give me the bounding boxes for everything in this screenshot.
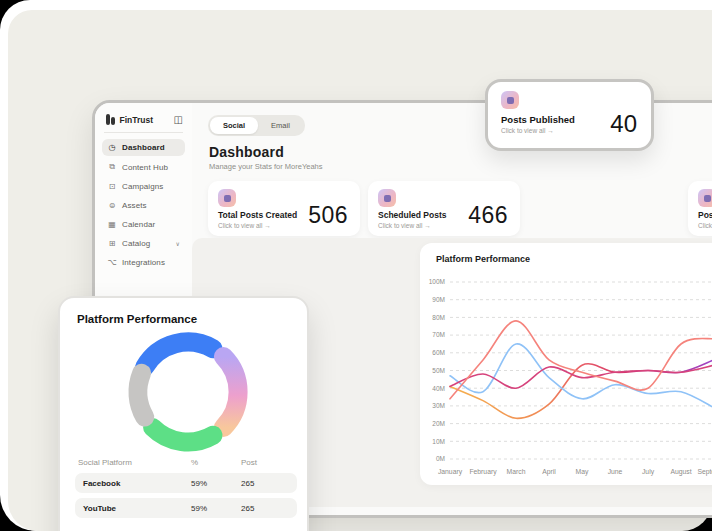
tab-email[interactable]: Email	[258, 117, 303, 134]
y-axis-tick: 80M	[432, 314, 445, 321]
line-chart-title: Platform Performance	[436, 254, 530, 264]
y-axis-tick: 70M	[432, 331, 445, 338]
y-axis-tick: 20M	[432, 420, 445, 427]
sidebar-item-calendar[interactable]: ▦Calendar	[102, 216, 185, 233]
sidebar-header: FinTrust ◫	[95, 103, 192, 132]
line-series-coral	[450, 321, 712, 399]
calendar-icon: ▦	[107, 220, 117, 229]
line-chart-card: Platform Performance 0M10M20M30M40M50M60…	[420, 243, 712, 485]
table-row-facebook[interactable]: Facebook59%265	[75, 473, 297, 493]
platform-posts: 265	[241, 504, 287, 513]
stat-card-title: Posts Published	[698, 210, 712, 220]
y-axis-tick: 50M	[432, 367, 445, 374]
sidebar-item-content-hub[interactable]: ⧉Content Hub	[102, 158, 185, 176]
stat-card-icon	[378, 189, 396, 207]
stat-card-posts-published[interactable]: Posts PublishedClick to view all →	[688, 181, 712, 236]
x-axis-label: August	[670, 468, 691, 476]
fintrust-logo-icon	[106, 114, 115, 125]
platform-performance-floating-card: Platform Performance Social Platform%Pos…	[58, 296, 309, 531]
sidebar-item-label: Catalog	[122, 239, 171, 248]
platform-table: Social Platform%Post Facebook59%265YouTu…	[75, 458, 297, 523]
x-axis-label: January	[438, 468, 463, 476]
view-tabs: SocialEmail	[208, 115, 305, 136]
table-col-header: %	[191, 458, 241, 467]
y-axis-tick: 60M	[432, 349, 445, 356]
line-series-sunset-gradient	[450, 360, 712, 418]
sidebar-collapse-icon[interactable]: ◫	[174, 115, 183, 125]
platform-performance-donut-chart	[118, 322, 258, 462]
donut-segment-gray	[138, 373, 145, 417]
x-axis-label: September	[697, 468, 712, 476]
stat-card-scheduled-posts[interactable]: Scheduled PostsClick to view all →466	[368, 181, 520, 236]
posts-published-title: Posts Published	[501, 114, 575, 125]
donut-segment-green	[153, 427, 213, 442]
tab-social[interactable]: Social	[210, 117, 258, 134]
stat-card-value: 506	[308, 202, 348, 229]
table-row-youtube[interactable]: YouTube59%265	[75, 498, 297, 518]
integrations-icon: ⌥	[107, 258, 117, 267]
sidebar-item-label: Integrations	[122, 258, 180, 267]
stat-card-cta[interactable]: Click to view all →	[698, 222, 712, 229]
page-header: Dashboard Manage your Stats for MoreYeah…	[209, 144, 323, 171]
content-hub-icon: ⧉	[107, 162, 117, 172]
posts-published-value: 40	[610, 110, 637, 138]
stat-card-title: Total Posts Created	[218, 210, 297, 220]
assets-icon: ⊜	[107, 201, 117, 210]
donut-segment-violet-pink	[223, 357, 238, 428]
y-axis-tick: 30M	[432, 402, 445, 409]
sidebar-item-integrations[interactable]: ⌥Integrations	[102, 254, 185, 271]
sidebar-item-dashboard[interactable]: ◷Dashboard	[102, 139, 185, 156]
sidebar-nav: ◷Dashboard⧉Content Hub⊡Campaigns⊜Assets▦…	[95, 139, 192, 271]
platform-performance-line-chart: 0M10M20M30M40M50M60M70M80M90M100MJanuary…	[426, 269, 712, 481]
chevron-down-icon[interactable]: ∨	[176, 240, 180, 247]
platform-percent: 59%	[191, 504, 241, 513]
stat-card-icon	[218, 189, 236, 207]
platform-table-rows: Facebook59%265YouTube59%265	[75, 473, 297, 518]
x-axis-label: June	[608, 468, 623, 475]
y-axis-tick: 10M	[432, 438, 445, 445]
stat-cards-row: Total Posts CreatedClick to view all →50…	[208, 181, 712, 236]
y-axis-tick: 90M	[432, 296, 445, 303]
sidebar-item-label: Campaigns	[122, 182, 180, 191]
x-axis-label: February	[469, 468, 497, 476]
sidebar-item-assets[interactable]: ⊜Assets	[102, 197, 185, 214]
stat-card-title: Scheduled Posts	[378, 210, 447, 220]
dashboard-icon: ◷	[107, 143, 117, 152]
y-axis-tick: 0M	[436, 455, 445, 462]
x-axis-label: March	[507, 468, 526, 475]
stat-card-slot-empty	[528, 181, 680, 236]
platform-percent: 59%	[191, 479, 241, 488]
x-axis-label: May	[576, 468, 589, 476]
stat-card-cta[interactable]: Click to view all →	[218, 222, 271, 229]
stat-card-cta[interactable]: Click to view all →	[378, 222, 431, 229]
platform-table-header: Social Platform%Post	[75, 458, 297, 473]
page-title: Dashboard	[209, 144, 323, 160]
table-col-header: Social Platform	[78, 458, 191, 467]
sidebar-item-campaigns[interactable]: ⊡Campaigns	[102, 178, 185, 195]
sidebar-item-label: Content Hub	[122, 163, 180, 172]
posts-published-floating-card[interactable]: Posts Published Click to view all → 40	[485, 79, 654, 151]
platform-name: YouTube	[83, 504, 191, 513]
platform-posts: 265	[241, 479, 287, 488]
stat-card-icon	[698, 189, 712, 207]
posts-published-cta[interactable]: Click to view all →	[501, 127, 554, 134]
sidebar-item-label: Calendar	[122, 220, 180, 229]
canvas-panel: FinTrust ◫ ◷Dashboard⧉Content Hub⊡Campai…	[8, 10, 712, 531]
sidebar-item-label: Assets	[122, 201, 180, 210]
sidebar-divider	[104, 132, 183, 133]
catalog-icon: ⊞	[107, 239, 117, 248]
sidebar-item-label: Dashboard	[122, 143, 180, 152]
y-axis-tick: 40M	[432, 385, 445, 392]
donut-segment-blue	[145, 342, 213, 367]
posts-published-icon	[501, 91, 519, 109]
stat-card-value: 466	[468, 202, 508, 229]
x-axis-label: April	[542, 468, 556, 476]
stat-card-total-posts-created[interactable]: Total Posts CreatedClick to view all →50…	[208, 181, 360, 236]
platform-name: Facebook	[83, 479, 191, 488]
brand-name: FinTrust	[120, 115, 169, 125]
sidebar-item-catalog[interactable]: ⊞Catalog∨	[102, 235, 185, 252]
y-axis-tick: 100M	[429, 278, 445, 285]
x-axis-label: July	[642, 468, 655, 476]
page-subtitle: Manage your Stats for MoreYeahs	[209, 162, 323, 171]
campaigns-icon: ⊡	[107, 182, 117, 191]
